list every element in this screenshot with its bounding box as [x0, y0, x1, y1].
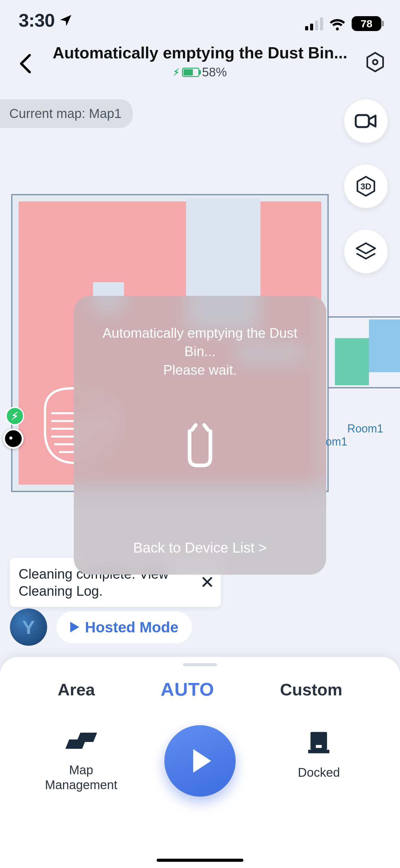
page-title: Automatically emptying the Dust Bin... [53, 43, 347, 62]
dock-icon [308, 731, 330, 755]
svg-marker-0 [367, 53, 383, 71]
app-header: Automatically emptying the Dust Bin... ⚡… [0, 43, 400, 93]
device-battery-text: 58% [202, 65, 227, 79]
tab-auto[interactable]: AUTO [161, 679, 214, 700]
current-map-label: Current map: Map1 [9, 106, 122, 121]
layers-button[interactable] [344, 230, 388, 273]
play-small-icon [70, 622, 79, 632]
modal-line1: Automatically emptying the Dust Bin... [86, 324, 314, 361]
back-to-device-list-link[interactable]: Back to Device List > [133, 539, 267, 556]
dock-charging-icon: ⚡︎ [6, 407, 24, 425]
charging-bolt-icon: ⚡︎ [173, 67, 179, 78]
hosted-mode-label: Hosted Mode [85, 619, 178, 636]
map-management-button[interactable]: Map Management [35, 725, 128, 792]
tab-area[interactable]: Area [58, 680, 95, 699]
home-indicator[interactable] [157, 859, 243, 862]
wifi-icon [329, 17, 346, 30]
svg-marker-6 [70, 622, 79, 632]
current-map-chip[interactable]: Current map: Map1 [0, 99, 133, 128]
docked-label: Docked [298, 765, 340, 780]
settings-button[interactable] [363, 50, 388, 74]
location-icon [58, 13, 73, 28]
video-icon [354, 112, 378, 130]
battery-icon: 78 [352, 16, 381, 31]
emptying-modal: Automatically emptying the Dust Bin... P… [74, 296, 326, 575]
modal-line2: Please wait. [86, 361, 314, 379]
map-room-blue [369, 319, 400, 372]
svg-point-1 [373, 60, 378, 65]
hosted-mode-button[interactable]: Hosted Mode [57, 611, 192, 643]
room-label-partial: om1 [326, 435, 347, 448]
map-management-icon [67, 733, 95, 754]
cellular-icon [305, 17, 323, 30]
start-clean-button[interactable] [164, 725, 236, 797]
docked-button[interactable]: Docked [272, 725, 365, 780]
svg-text:3D: 3D [361, 182, 371, 191]
battery-percent: 78 [361, 18, 372, 30]
play-icon [193, 749, 211, 773]
map-room-green [335, 338, 369, 385]
svg-rect-8 [308, 750, 330, 753]
assistant-badge-letter: Y [22, 616, 35, 638]
dustbin-icon [178, 423, 222, 469]
3d-icon: 3D [353, 174, 378, 199]
sheet-drag-handle[interactable] [183, 663, 217, 666]
3d-view-button[interactable]: 3D [344, 164, 388, 208]
assistant-avatar[interactable]: Y [10, 609, 47, 646]
map-management-label: Map Management [45, 763, 117, 792]
ios-status-bar: 3:30 78 [0, 0, 400, 40]
svg-rect-9 [316, 745, 322, 748]
device-battery-row: ⚡︎ 58% [53, 65, 347, 79]
tab-custom[interactable]: Custom [280, 680, 342, 699]
bottom-sheet[interactable]: Area AUTO Custom Map Management Docked [0, 657, 400, 868]
status-time: 3:30 [19, 10, 55, 31]
room-label-room1: Room1 [347, 422, 383, 435]
robot-position-icon [3, 428, 24, 449]
camera-button[interactable] [344, 99, 388, 143]
close-icon[interactable]: ✕ [200, 571, 214, 593]
layers-icon [354, 239, 378, 264]
device-battery-icon [182, 68, 199, 77]
svg-marker-5 [357, 243, 375, 253]
svg-rect-2 [356, 115, 369, 127]
